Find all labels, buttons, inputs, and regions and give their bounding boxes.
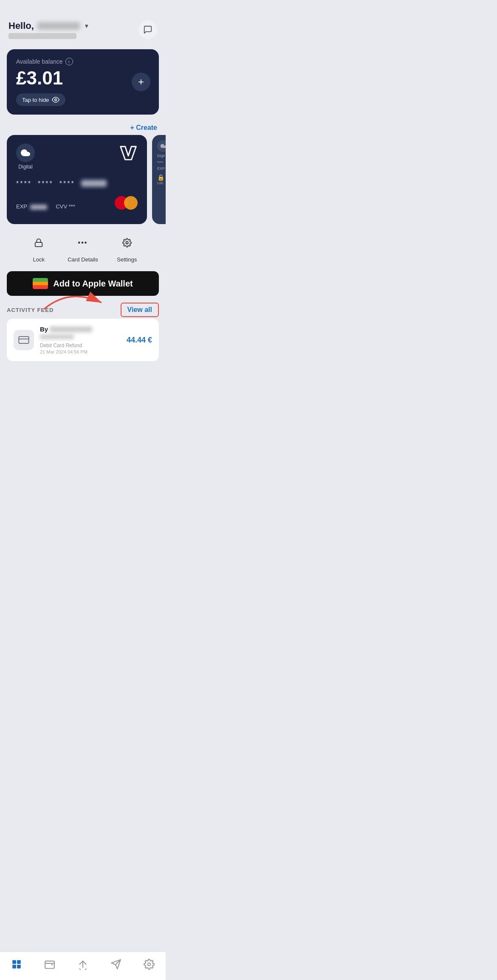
activity-feed-title: ACTIVITY FEED bbox=[7, 307, 54, 313]
card-type-label: Digital bbox=[18, 164, 32, 170]
create-section: + Create bbox=[0, 118, 166, 135]
balance-card: Available balance i £3.01 + Tap to hide bbox=[7, 49, 159, 115]
card-cvv: CVV *** bbox=[56, 203, 75, 210]
card-type-badge: Digital bbox=[16, 143, 35, 170]
gear-icon bbox=[122, 238, 132, 247]
greeting-label: Hello, bbox=[8, 20, 34, 31]
brand-w-logo bbox=[119, 143, 138, 162]
cloud-icon-circle bbox=[16, 143, 35, 162]
tap-to-hide-button[interactable]: Tap to hide bbox=[16, 93, 65, 106]
balance-label-text: Available balance bbox=[16, 58, 63, 65]
card-exp-cvv: EXP CVV *** bbox=[16, 203, 75, 210]
eye-icon bbox=[52, 96, 59, 104]
cards-wrapper: Digital **** **** **** EXP bbox=[7, 135, 159, 224]
chat-button[interactable] bbox=[138, 20, 157, 39]
card-exp-blurred bbox=[30, 205, 47, 210]
credit-card-main[interactable]: Digital **** **** **** EXP bbox=[7, 135, 147, 224]
peek-exp-label: EXP C bbox=[157, 166, 166, 171]
header-left: Hello, ▾ bbox=[8, 20, 138, 39]
transaction-subtitle-blurred bbox=[40, 334, 74, 339]
chevron-down-icon[interactable]: ▾ bbox=[85, 22, 88, 29]
lock-card-button[interactable]: Lock bbox=[28, 233, 49, 263]
apple-wallet-icon bbox=[33, 278, 48, 289]
peek-cloud-icon bbox=[157, 140, 166, 152]
add-money-button[interactable]: + bbox=[132, 73, 150, 91]
transaction-date: 21 Mar 2024 04:56 PM bbox=[40, 349, 121, 354]
settings-label: Settings bbox=[117, 256, 137, 263]
view-all-label: View all bbox=[127, 306, 152, 313]
svg-marker-1 bbox=[121, 146, 136, 160]
balance-amount: £3.01 bbox=[16, 69, 150, 87]
tap-hide-label: Tap to hide bbox=[22, 97, 49, 103]
transaction-type: Debit Card Refund bbox=[40, 343, 121, 348]
peek-lock-label: Loc bbox=[157, 181, 166, 185]
card-settings-button[interactable]: Settings bbox=[117, 233, 137, 263]
card-carousel: Digital **** **** **** EXP bbox=[0, 135, 166, 224]
balance-info-icon[interactable]: i bbox=[65, 58, 73, 65]
cloud-icon bbox=[20, 148, 31, 158]
mastercard-orange-circle bbox=[124, 196, 138, 210]
card-details-icon-circle: ••• bbox=[73, 233, 93, 253]
activity-section: ACTIVITY FEED View all By bbox=[0, 303, 166, 361]
transaction-amount: 44.44 € bbox=[127, 336, 152, 345]
activity-header: ACTIVITY FEED View all bbox=[7, 303, 159, 317]
credit-card-peek[interactable]: Digit **** EXP C 🔒 Loc bbox=[152, 135, 166, 224]
svg-rect-5 bbox=[19, 337, 28, 343]
lock-icon-circle bbox=[28, 233, 49, 253]
card-last-digits-blurred bbox=[81, 180, 107, 187]
account-subtitle-blurred bbox=[8, 33, 76, 39]
transaction-info: By Debit Card Refund 21 Mar 2024 04:56 P… bbox=[40, 326, 121, 354]
peek-lock-icon: 🔒 bbox=[157, 174, 166, 181]
svg-point-0 bbox=[54, 99, 56, 101]
card-number-row: **** **** **** bbox=[16, 180, 138, 188]
cloud-icon-small bbox=[160, 143, 166, 149]
transaction-title: By bbox=[40, 326, 121, 333]
lock-icon bbox=[34, 238, 43, 247]
card-details-label: Card Details bbox=[68, 256, 98, 263]
card-transaction-icon bbox=[18, 334, 30, 346]
card-actions: Lock ••• Card Details Settings bbox=[0, 224, 166, 269]
transaction-icon bbox=[14, 330, 34, 350]
apple-wallet-label: Add to Apple Wallet bbox=[53, 279, 133, 289]
header: Hello, ▾ bbox=[0, 0, 166, 46]
user-name-blurred bbox=[37, 22, 80, 30]
balance-value: £3.01 bbox=[16, 67, 63, 88]
card-details-button[interactable]: ••• Card Details bbox=[68, 233, 98, 263]
view-all-button[interactable]: View all bbox=[121, 303, 159, 317]
greeting-text: Hello, ▾ bbox=[8, 20, 138, 31]
svg-point-3 bbox=[126, 241, 128, 244]
svg-rect-2 bbox=[35, 242, 42, 247]
settings-icon-circle bbox=[117, 233, 137, 253]
peek-type-label: Digit bbox=[157, 154, 166, 158]
transaction-item[interactable]: By Debit Card Refund 21 Mar 2024 04:56 P… bbox=[7, 319, 159, 361]
add-to-apple-wallet-button[interactable]: Add to Apple Wallet bbox=[7, 271, 159, 296]
lock-label: Lock bbox=[33, 256, 45, 263]
chat-icon bbox=[143, 25, 152, 34]
balance-label: Available balance i bbox=[16, 58, 150, 65]
peek-card-dots: **** bbox=[157, 160, 166, 165]
transaction-name-blurred bbox=[50, 326, 92, 332]
view-all-wrapper: View all bbox=[121, 303, 159, 317]
mastercard-logo bbox=[115, 196, 138, 210]
card-details-dots-icon: ••• bbox=[78, 239, 88, 247]
create-button[interactable]: + Create bbox=[130, 124, 157, 132]
